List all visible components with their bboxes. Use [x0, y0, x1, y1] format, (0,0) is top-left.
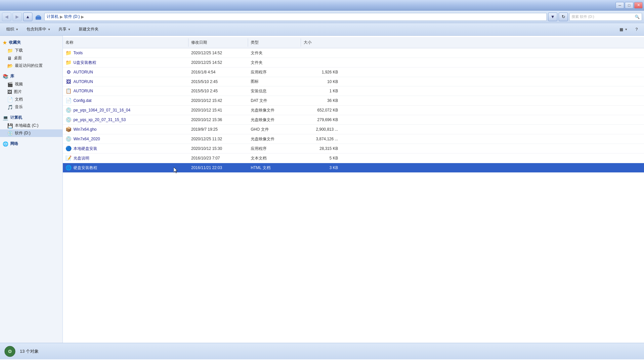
desktop-label: 桌面 [14, 55, 22, 61]
file-date: 2015/5/10 2:45 [189, 78, 248, 85]
refresh-button[interactable]: ↻ [559, 13, 568, 21]
table-row[interactable]: 📁Tools2020/12/25 14:52文件夹 [63, 48, 644, 58]
file-date: 2020/12/25 14:52 [189, 59, 248, 67]
file-name-cell: 💿pe_yqs_xp_20_07_31_15_53 [63, 116, 189, 124]
file-type: 文件夹 [248, 49, 301, 57]
view-icon: ▦ [620, 27, 623, 32]
forward-button[interactable]: ▶ [13, 13, 22, 21]
recent-label: 最近访问的位置 [15, 63, 43, 68]
file-name-cell: 🖼AUTORUN [63, 78, 189, 85]
share-arrow: ▼ [68, 28, 71, 31]
col-header-size[interactable]: 大小 [301, 38, 341, 47]
breadcrumb-drive[interactable]: 软件 (D:) [64, 14, 80, 20]
file-size: 279,696 KB [301, 116, 341, 124]
table-row[interactable]: 📝光盘说明2016/10/23 7:07文本文档5 KB [63, 154, 644, 163]
file-date: 2015/5/10 2:45 [189, 87, 248, 95]
drive-d-icon: 💿 [7, 131, 13, 136]
table-row[interactable]: 📁U盘安装教程2020/12/25 14:52文件夹 [63, 58, 644, 68]
file-name: AUTORUN [73, 89, 93, 93]
table-row[interactable]: 📦Win7x64.gho2019/9/7 19:25GHO 文件2,900,81… [63, 125, 644, 134]
file-icon: 💿 [65, 117, 71, 123]
search-bar[interactable]: 搜索 软件 (D:) 🔍 [569, 13, 642, 21]
table-row[interactable]: 📋AUTORUN2015/5/10 2:45安装信息1 KB [63, 86, 644, 96]
table-row[interactable]: 🖼AUTORUN2015/5/10 2:45图标10 KB [63, 77, 644, 86]
file-type: 应用程序 [248, 145, 301, 153]
sidebar-item-desktop[interactable]: 🖥 桌面 [0, 54, 63, 62]
sidebar-favorites-header[interactable]: ★ 收藏夹 [0, 38, 63, 47]
titlebar-buttons: ─ □ ✕ [616, 2, 643, 9]
file-size [301, 49, 341, 57]
help-button[interactable]: ? [632, 25, 641, 34]
new-folder-button[interactable]: 新建文件夹 [75, 25, 102, 34]
sidebar-item-video[interactable]: 🎬 视频 [0, 80, 63, 88]
table-row[interactable]: 💿Win7x64_20202020/12/25 11:32光盘映像文件3,874… [63, 134, 644, 144]
sidebar-library-header[interactable]: 📚 库 [0, 72, 63, 80]
star-icon: ★ [3, 40, 7, 45]
sidebar-item-image[interactable]: 🖼 图片 [0, 88, 63, 96]
col-header-type[interactable]: 类型 [248, 38, 301, 47]
sidebar-library-label: 库 [10, 73, 14, 79]
desktop-icon: 🖥 [7, 56, 12, 61]
drive-c-label: 本地磁盘 (C:) [15, 123, 38, 128]
new-folder-label: 新建文件夹 [79, 26, 99, 32]
file-date: 2016/1/8 4:54 [189, 68, 248, 76]
organize-button[interactable]: 组织 ▼ [3, 25, 22, 34]
sidebar-item-document[interactable]: 📄 文档 [0, 96, 63, 103]
file-name-cell: 📁U盘安装教程 [63, 59, 189, 67]
breadcrumb-dropdown[interactable]: ▼ [548, 13, 557, 21]
file-size: 3 KB [301, 164, 341, 172]
sidebar-computer-section: 💻 计算机 💾 本地磁盘 (C:) 💿 软件 (D:) [0, 113, 63, 137]
sidebar-network-label: 网络 [10, 141, 18, 147]
computer-icon: 💻 [3, 115, 8, 120]
minimize-button[interactable]: ─ [616, 2, 624, 9]
back-button[interactable]: ◀ [2, 13, 11, 21]
table-row[interactable]: 🌐硬盘安装教程2016/11/21 22:03HTML 文档3 KB [63, 163, 644, 173]
share-button[interactable]: 共享 ▼ [55, 25, 74, 34]
document-label: 文档 [15, 97, 23, 102]
table-row[interactable]: 💿pe_yqs_1064_20_07_31_16_042020/10/12 15… [63, 106, 644, 115]
maximize-button[interactable]: □ [625, 2, 633, 9]
include-library-button[interactable]: 包含到库中 ▼ [23, 25, 54, 34]
file-name: Win7x64_2020 [73, 137, 100, 141]
file-name: Config.dat [73, 98, 92, 103]
col-header-name[interactable]: 名称 [63, 38, 189, 47]
file-size: 28,315 KB [301, 145, 341, 153]
col-header-date[interactable]: 修改日期 [189, 38, 248, 47]
table-row[interactable]: 💿pe_yqs_xp_20_07_31_15_532020/10/12 15:3… [63, 115, 644, 125]
addressbar: ◀ ▶ ▲ 计算机 ▶ 软件 (D:) ▶ ▼ ↻ 搜索 软件 (D:) 🔍 [0, 11, 644, 23]
close-button[interactable]: ✕ [634, 2, 643, 9]
file-size: 2,900,813 ... [301, 125, 341, 133]
organize-label: 组织 [6, 26, 14, 32]
file-list: 📁Tools2020/12/25 14:52文件夹📁U盘安装教程2020/12/… [63, 48, 644, 173]
statusbar-icon [4, 345, 16, 357]
file-size: 1,926 KB [301, 68, 341, 76]
sidebar-item-music[interactable]: 🎵 音乐 [0, 103, 63, 111]
up-button[interactable]: ▲ [23, 13, 32, 21]
breadcrumb-computer[interactable]: 计算机 [47, 14, 59, 20]
view-arrow: ▼ [624, 28, 627, 31]
file-name-cell: 📁Tools [63, 49, 189, 57]
sidebar-item-downloads[interactable]: 📁 下载 [0, 47, 63, 54]
search-icon: 🔍 [635, 15, 640, 19]
document-icon: 📄 [7, 97, 13, 102]
table-row[interactable]: 📄Config.dat2020/10/12 15:42DAT 文件36 KB [63, 96, 644, 106]
file-size: 3,874,126 ... [301, 135, 341, 143]
sidebar-network-header[interactable]: 🌐 网络 [0, 140, 63, 148]
svg-point-3 [9, 351, 11, 352]
file-type: 图标 [248, 78, 301, 85]
file-icon: 🌐 [65, 165, 71, 171]
table-row[interactable]: 🔵本地硬盘安装2020/10/12 15:30应用程序28,315 KB [63, 144, 644, 154]
music-label: 音乐 [15, 104, 23, 110]
sidebar-item-drive-d[interactable]: 💿 软件 (D:) [0, 129, 63, 137]
file-name-cell: 💿pe_yqs_1064_20_07_31_16_04 [63, 106, 189, 114]
view-button[interactable]: ▦ ▼ [616, 25, 631, 34]
file-size: 10 KB [301, 78, 341, 85]
sidebar-item-drive-c[interactable]: 💾 本地磁盘 (C:) [0, 122, 63, 129]
table-row[interactable]: ⚙AUTORUN2016/1/8 4:54应用程序1,926 KB [63, 68, 644, 77]
sidebar-computer-header[interactable]: 💻 计算机 [0, 113, 63, 122]
file-date: 2020/10/12 15:30 [189, 145, 248, 153]
sidebar-favorites-section: ★ 收藏夹 📁 下载 🖥 桌面 📂 最近访问的位置 [0, 38, 63, 69]
file-icon: 📝 [65, 155, 71, 161]
file-type: 光盘映像文件 [248, 106, 301, 114]
sidebar-item-recent[interactable]: 📂 最近访问的位置 [0, 62, 63, 69]
